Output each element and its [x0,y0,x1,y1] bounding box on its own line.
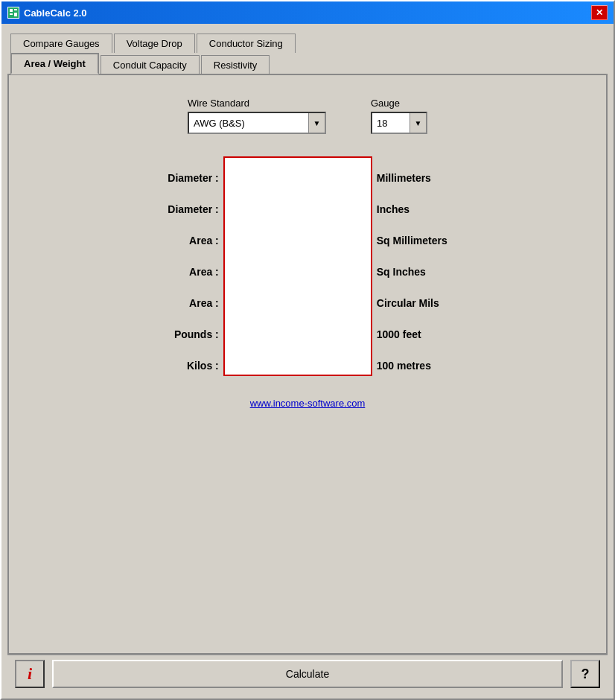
label-area-cmils: Area : [189,287,219,319]
value-area-sqin [225,251,371,282]
tab-voltage-drop[interactable]: Voltage Drop [114,34,195,53]
wire-standard-group: Wire Standard AWG (B&S) SWG Metric ▼ [188,98,326,134]
value-area-sqmm [225,220,371,251]
svg-rect-2 [14,9,17,10]
value-diameter-in [225,189,371,220]
svg-rect-1 [10,9,13,12]
label-diameter-in: Diameter : [168,194,218,225]
website-link[interactable]: www.income-software.com [250,398,366,409]
title-bar-left: CableCalc 2.0 [7,7,87,19]
unit-millimeters: Millimeters [377,162,431,194]
tab-conduit-capacity[interactable]: Conduit Capacity [101,55,200,74]
unit-sq-inches: Sq Inches [377,256,426,287]
content-area: Compare Gauges Voltage Drop Conductor Si… [1,24,614,699]
gauge-group: Gauge 18 16 14 12 10 8 6 4 2 1 [371,98,427,134]
gauge-label: Gauge [371,98,400,109]
value-kilos [225,343,371,375]
labels-right: Millimeters Inches Sq Millimeters Sq Inc… [377,156,447,381]
gauge-select[interactable]: 18 16 14 12 10 8 6 4 2 1 0 [372,115,410,131]
label-diameter-mm: Diameter : [168,162,218,194]
unit-100-metres: 100 metres [377,350,431,381]
title-bar: CableCalc 2.0 ✕ [1,1,614,24]
calculate-button[interactable]: Calculate [52,660,563,688]
unit-1000-feet: 1000 feet [377,319,421,350]
value-diameter-mm [225,158,371,189]
tab-panel: Wire Standard AWG (B&S) SWG Metric ▼ Gau… [7,74,608,655]
gauge-arrow: ▼ [410,113,426,133]
tab-conductor-sizing[interactable]: Conductor Sizing [197,34,296,53]
label-kilos: Kilos : [187,350,219,381]
label-area-sqmm: Area : [189,225,219,256]
labels-left: Diameter : Diameter : Area : Area : Area… [168,156,218,381]
unit-inches: Inches [377,194,410,225]
window-title: CableCalc 2.0 [24,7,87,19]
app-icon [7,7,19,19]
results-area: Diameter : Diameter : Area : Area : Area… [24,156,591,381]
values-box [223,156,372,376]
controls-row: Wire Standard AWG (B&S) SWG Metric ▼ Gau… [24,98,591,134]
value-area-cmils [225,281,371,313]
close-button[interactable]: ✕ [591,5,608,20]
svg-rect-4 [14,13,17,16]
tab-resistivity[interactable]: Resistivity [201,55,270,74]
link-area: www.income-software.com [24,396,591,410]
gauge-dropdown[interactable]: 18 16 14 12 10 8 6 4 2 1 0 ▼ [371,112,427,134]
tab-row-2: Area / Weight Conduit Capacity Resistivi… [7,52,608,74]
tab-area-weight[interactable]: Area / Weight [10,53,99,74]
wire-standard-dropdown[interactable]: AWG (B&S) SWG Metric ▼ [188,112,326,134]
help-button[interactable]: ? [570,660,600,688]
tab-compare-gauges[interactable]: Compare Gauges [10,34,112,53]
info-button[interactable]: i [15,660,45,688]
value-pounds [225,313,371,344]
label-pounds: Pounds : [174,319,219,350]
main-window: CableCalc 2.0 ✕ Compare Gauges Voltage D… [0,0,615,700]
svg-rect-3 [10,13,13,15]
tab-row-1: Compare Gauges Voltage Drop Conductor Si… [7,33,608,52]
unit-sq-millimeters: Sq Millimeters [377,225,447,256]
wire-standard-arrow: ▼ [308,113,325,133]
wire-standard-select[interactable]: AWG (B&S) SWG Metric [189,115,308,131]
wire-standard-label: Wire Standard [188,98,249,109]
unit-circular-mils: Circular Mils [377,287,439,319]
label-area-sqin: Area : [189,256,219,287]
bottom-bar: i Calculate ? [7,655,608,693]
